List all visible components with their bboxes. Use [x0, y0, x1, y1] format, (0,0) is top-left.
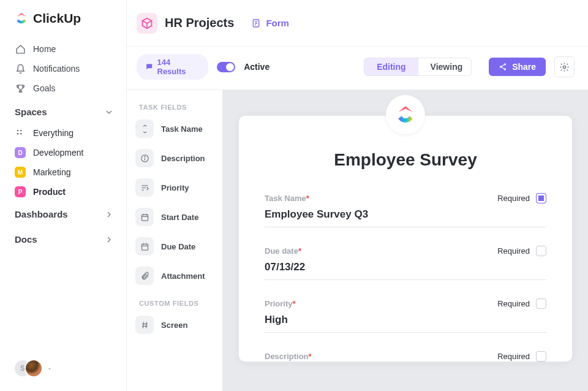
svg-point-5 [504, 64, 505, 65]
svg-point-8 [563, 66, 565, 68]
field-value[interactable]: Employee Survey Q3 [265, 207, 546, 227]
space-badge-d: D [15, 147, 26, 158]
svg-point-3 [20, 133, 22, 135]
field-label: Screen [161, 321, 187, 330]
space-badge-p: P [15, 186, 26, 197]
mode-viewing[interactable]: Viewing [418, 58, 472, 75]
nav-notifications[interactable]: Notifications [0, 59, 126, 78]
field-label: Start Date [161, 213, 198, 222]
field-due-date[interactable]: Due Date [135, 237, 214, 256]
task-fields-header: TASK FIELDS [135, 104, 214, 111]
dashboards-label: Dashboards [15, 209, 68, 219]
home-icon [15, 44, 26, 55]
caret-down-icon [47, 366, 53, 372]
sort-icon [135, 120, 154, 138]
form-tab[interactable]: Form [251, 18, 289, 28]
results-text: 144 Results [157, 58, 200, 76]
nav-goals[interactable]: Goals [0, 78, 126, 98]
project-title[interactable]: HR Projects [137, 13, 234, 34]
field-label: Priority [161, 183, 189, 192]
field-label: Description [161, 154, 205, 163]
results-pill[interactable]: 144 Results [137, 54, 208, 80]
clickup-logo-icon [15, 12, 28, 25]
field-value[interactable]: High [265, 313, 546, 333]
form-title[interactable]: Employee Survey [265, 150, 546, 170]
nav-home[interactable]: Home [0, 39, 126, 59]
svg-point-6 [500, 66, 501, 67]
space-label: Product [33, 187, 66, 197]
form-card: Employee Survey Task Name* Required Empl… [239, 116, 572, 362]
form-field-due-date[interactable]: Due date* Required 07/13/22 [265, 246, 546, 280]
hash-icon [135, 316, 154, 334]
mode-editing[interactable]: Editing [364, 58, 418, 75]
required-label: Required [497, 246, 530, 256]
chevron-right-icon [104, 235, 114, 245]
required-checkbox[interactable] [536, 298, 546, 309]
nav-notifications-label: Notifications [33, 64, 80, 74]
field-label: Due Date [161, 242, 195, 251]
field-description[interactable]: Description [135, 149, 214, 167]
settings-button[interactable] [554, 56, 575, 77]
field-label: Due date* [265, 246, 301, 256]
space-everything[interactable]: Everything [0, 123, 126, 143]
required-label: Required [497, 194, 530, 203]
space-product[interactable]: P Product [0, 182, 126, 202]
svg-point-2 [17, 133, 19, 135]
main: HR Projects Form 144 Results Active Edit… [127, 0, 588, 391]
svg-line-26 [146, 322, 146, 328]
dashboards-section[interactable]: Dashboards [0, 202, 126, 227]
form-field-description[interactable]: Description* Required [265, 351, 546, 362]
brand-logo[interactable]: ClickUp [0, 11, 126, 39]
docs-section[interactable]: Docs [0, 227, 126, 252]
form-logo-badge[interactable] [386, 95, 425, 134]
toolbar: 144 Results Active Editing Viewing Share [127, 47, 588, 90]
share-button[interactable]: Share [489, 58, 546, 76]
field-start-date[interactable]: Start Date [135, 208, 214, 226]
svg-point-7 [504, 69, 505, 70]
avatar-photo [24, 359, 43, 378]
nav-goals-label: Goals [33, 83, 56, 93]
avatar-picker[interactable]: S [0, 359, 126, 391]
chevron-right-icon [104, 210, 114, 219]
clickup-logo-icon [395, 104, 416, 125]
paperclip-icon [135, 267, 154, 285]
required-label: Required [497, 299, 530, 308]
field-value[interactable]: 07/13/22 [265, 260, 546, 280]
field-label: Task Name [161, 124, 203, 134]
required-checkbox[interactable] [536, 246, 546, 256]
svg-point-11 [145, 156, 145, 157]
field-screen[interactable]: Screen [135, 316, 214, 334]
active-toggle[interactable] [217, 62, 235, 72]
share-icon [499, 63, 507, 71]
space-label: Development [33, 148, 84, 158]
docs-label: Docs [15, 234, 37, 245]
grid-dots-icon [15, 127, 26, 139]
svg-rect-19 [141, 244, 148, 250]
space-development[interactable]: D Development [0, 143, 126, 162]
svg-line-25 [143, 322, 143, 328]
bell-icon [15, 63, 26, 74]
field-task-name[interactable]: Task Name [135, 120, 214, 138]
form-canvas: Employee Survey Task Name* Required Empl… [223, 90, 588, 391]
info-icon [135, 149, 154, 167]
form-field-priority[interactable]: Priority* Required High [265, 298, 546, 333]
form-icon [251, 18, 261, 28]
field-label: Task Name* [265, 194, 309, 203]
spaces-header-label: Spaces [15, 107, 47, 117]
svg-rect-15 [141, 214, 148, 221]
nav-home-label: Home [33, 44, 56, 54]
share-label: Share [512, 62, 536, 72]
form-body: TASK FIELDS Task Name Description Priori… [127, 90, 588, 391]
calendar-icon [135, 237, 154, 256]
field-attachment[interactable]: Attachment [135, 267, 214, 285]
app-root: ClickUp Home Notifications Goals Spaces [0, 0, 588, 391]
spaces-header[interactable]: Spaces [0, 98, 126, 123]
field-label: Attachment [161, 271, 205, 281]
project-name: HR Projects [165, 16, 234, 30]
space-marketing[interactable]: M Marketing [0, 162, 126, 182]
form-field-task-name[interactable]: Task Name* Required Employee Survey Q3 [265, 193, 546, 227]
required-checkbox[interactable] [536, 193, 546, 203]
field-label: Description* [265, 352, 312, 361]
required-checkbox[interactable] [536, 351, 546, 362]
field-priority[interactable]: Priority [135, 178, 214, 197]
